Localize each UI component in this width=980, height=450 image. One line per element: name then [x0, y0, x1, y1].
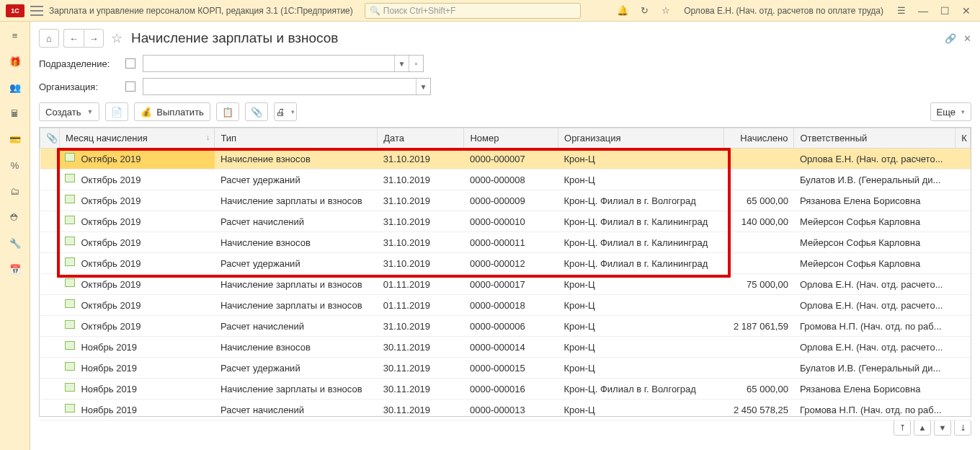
cell-org: Крон-Ц: [558, 316, 724, 337]
pay-button[interactable]: 💰Выплатить: [134, 102, 210, 121]
cell-attach: [40, 400, 60, 420]
document-icon: [65, 195, 75, 203]
sidebar-gift-icon[interactable]: 🎁: [8, 55, 22, 68]
nav-down-button[interactable]: ▼: [934, 420, 951, 436]
search-input[interactable]: 🔍 Поиск Ctrl+Shift+F: [365, 3, 581, 19]
cell-number: 0000-000017: [464, 274, 558, 295]
table-row[interactable]: Ноябрь 2019Расчет удержаний30.11.2019000…: [40, 358, 971, 379]
col-attach[interactable]: 📎: [40, 128, 60, 149]
sidebar-helmet-icon[interactable]: ⛑: [8, 211, 22, 224]
table-row[interactable]: Октябрь 2019Начисление зарплаты и взносо…: [40, 190, 971, 211]
nav-first-button[interactable]: ⤒: [894, 420, 911, 436]
document-icon: [65, 404, 75, 412]
cell-month: Октябрь 2019: [59, 149, 215, 169]
list-button[interactable]: 📋: [216, 102, 239, 121]
table-row[interactable]: Ноябрь 2019Начисление взносов30.11.20190…: [40, 337, 971, 358]
cell-month: Ноябрь 2019: [59, 358, 215, 379]
attach-button[interactable]: 📎: [245, 102, 268, 121]
col-date[interactable]: Дата: [378, 128, 464, 149]
cell-attach: [40, 274, 60, 295]
col-resp[interactable]: Ответственный: [794, 128, 956, 149]
cell-amount: 140 000,00: [724, 211, 794, 232]
col-amount[interactable]: Начислено: [724, 128, 794, 149]
cell-type: Начисление взносов: [215, 337, 378, 358]
cell-date: 01.11.2019: [378, 295, 464, 316]
more-button[interactable]: Еще▾: [930, 102, 971, 121]
table-row[interactable]: Октябрь 2019Расчет удержаний31.10.201900…: [40, 253, 971, 274]
table-row[interactable]: Октябрь 2019Начисление зарплаты и взносо…: [40, 274, 971, 295]
col-org[interactable]: Организация: [558, 128, 724, 149]
cell-type: Расчет удержаний: [215, 169, 378, 190]
cell-month: Октябрь 2019: [59, 316, 215, 337]
sidebar-wrench-icon[interactable]: 🔧: [8, 237, 22, 250]
cell-last: [956, 295, 971, 316]
chevron-down-icon[interactable]: ▼: [394, 56, 409, 71]
link-icon[interactable]: 🔗: [945, 33, 956, 44]
cell-amount: 2 187 061,59: [724, 316, 794, 337]
nav-home-button[interactable]: ⌂: [39, 29, 59, 48]
cell-last: [956, 232, 971, 253]
table-header: 📎 Месяц начисления↓ Тип Дата Номер Орган…: [40, 128, 971, 149]
cell-amount: [724, 253, 794, 274]
nav-back-button[interactable]: ←: [63, 29, 84, 48]
star-icon[interactable]: ☆: [658, 3, 674, 19]
col-month[interactable]: Месяц начисления↓: [59, 128, 215, 149]
hamburger-icon[interactable]: [30, 6, 43, 16]
cell-attach: [40, 149, 60, 169]
table-row[interactable]: Октябрь 2019Начисление взносов31.10.2019…: [40, 232, 971, 253]
settings-icon[interactable]: ☰: [894, 3, 909, 19]
org-combo[interactable]: ▼: [143, 78, 431, 95]
create-button[interactable]: Создать▼: [39, 102, 99, 121]
col-last[interactable]: К: [956, 128, 971, 149]
copy-button[interactable]: 📄: [105, 102, 128, 121]
table-row[interactable]: Октябрь 2019Расчет начислений31.10.20190…: [40, 316, 971, 337]
cell-last: [956, 149, 971, 169]
cell-org: Крон-Ц. Филиал в г. Волгоград: [558, 190, 724, 211]
user-name[interactable]: Орлова Е.Н. (Нач. отд. расчетов по оплат…: [684, 6, 883, 16]
col-type[interactable]: Тип: [215, 128, 378, 149]
maximize-button[interactable]: ☐: [937, 3, 953, 19]
sidebar-menu-icon[interactable]: ≡: [8, 29, 22, 42]
favorite-star-icon[interactable]: ☆: [111, 30, 122, 46]
minimize-button[interactable]: —: [915, 3, 931, 19]
open-list-icon[interactable]: ▫: [409, 56, 423, 71]
cell-org: Крон-Ц. Филиал в г. Калининград: [558, 232, 724, 253]
sidebar-docs-icon[interactable]: 🗂: [8, 185, 22, 198]
cell-attach: [40, 358, 60, 379]
nav-forward-button[interactable]: →: [84, 29, 104, 48]
table-row[interactable]: Ноябрь 2019Расчет начислений30.11.201900…: [40, 400, 971, 420]
page-close-icon[interactable]: ✕: [963, 33, 971, 44]
division-checkbox[interactable]: [125, 58, 135, 69]
cell-org: Крон-Ц. Филиал в г. Калининград: [558, 211, 724, 232]
print-button[interactable]: 🖨▾: [274, 102, 297, 121]
cell-resp: Булатов И.В. (Генеральный ди...: [794, 358, 956, 379]
document-icon: [65, 278, 75, 287]
bell-icon[interactable]: 🔔: [615, 3, 631, 19]
search-icon: 🔍: [370, 6, 380, 16]
sidebar-calendar-icon[interactable]: 📅: [8, 262, 22, 275]
history-icon[interactable]: ↻: [636, 3, 652, 19]
filter-division-row: Подразделение: ▼ ▫: [30, 52, 980, 75]
sidebar-people-icon[interactable]: 👥: [8, 81, 22, 94]
close-button[interactable]: ✕: [958, 3, 974, 19]
nav-up-button[interactable]: ▲: [914, 420, 931, 436]
sidebar-calc-icon[interactable]: 🖩: [8, 107, 22, 120]
org-checkbox[interactable]: [125, 81, 135, 92]
table-row[interactable]: Октябрь 2019Начисление зарплаты и взносо…: [40, 295, 971, 316]
table-row[interactable]: Октябрь 2019Начисление взносов31.10.2019…: [40, 149, 971, 169]
sidebar-percent-icon[interactable]: %: [8, 159, 22, 172]
sidebar-card-icon[interactable]: 💳: [8, 133, 22, 146]
col-number[interactable]: Номер: [464, 128, 558, 149]
division-combo[interactable]: ▼ ▫: [143, 55, 424, 72]
table-row[interactable]: Октябрь 2019Расчет удержаний31.10.201900…: [40, 169, 971, 190]
table-row[interactable]: Ноябрь 2019Начисление зарплаты и взносов…: [40, 379, 971, 400]
cell-attach: [40, 190, 60, 211]
chevron-down-icon[interactable]: ▼: [416, 79, 430, 94]
cell-resp: Громова Н.П. (Нач. отд. по раб...: [794, 400, 956, 420]
org-label: Организация:: [39, 81, 118, 92]
nav-last-button[interactable]: ⤓: [954, 420, 971, 436]
cell-resp: Орлова Е.Н. (Нач. отд. расчето...: [794, 274, 956, 295]
table-row[interactable]: Октябрь 2019Расчет начислений31.10.20190…: [40, 211, 971, 232]
cell-amount: [724, 232, 794, 253]
cell-month: Ноябрь 2019: [59, 337, 215, 358]
